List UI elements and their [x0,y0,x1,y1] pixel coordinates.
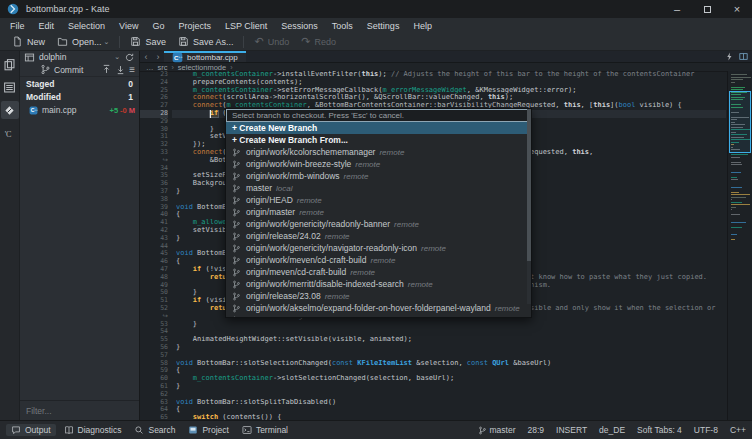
encoding[interactable]: UTF-8 [694,425,718,435]
git-menu-icon[interactable]: ≡ [129,65,135,75]
minimap-viewport[interactable] [729,91,751,153]
tab-bottombar-cpp[interactable]: C++ bottombar.cpp [164,51,246,62]
code-line[interactable]: 23 m_contentsContainer->installEventFilt… [140,71,752,79]
popup-scrollbar[interactable] [527,109,531,304]
code-line[interactable]: 58void BottomBar::slotSelectionChanged(c… [140,360,752,368]
code-line[interactable]: 62 [140,391,752,399]
save-as-button[interactable]: Save As... [172,34,240,50]
branch-item[interactable]: origin/work/genericity/navigator-readonl… [226,242,531,254]
menu-edit[interactable]: Edit [32,21,62,31]
project-selector[interactable]: dolphin ⌄ [20,51,139,63]
popup-scrollbar-thumb[interactable] [527,109,531,261]
sidebar-tool-symbols[interactable]: 'C [1,124,19,142]
branch-item[interactable]: origin/work/akselmo/expand-folder-on-hov… [226,302,531,314]
menu-file[interactable]: File [3,21,32,31]
code-line[interactable]: 64{ [140,406,752,414]
branch-item[interactable]: origin/work/kcolorschememanagerremote [226,146,531,158]
branch-item-label: origin/master [246,207,295,217]
menu-go[interactable]: Go [145,21,171,31]
maximize-button[interactable] [692,0,722,18]
branch-item[interactable]: origin/work/genericity/readonly-bannerre… [226,218,531,230]
code-line[interactable]: 55 AnimatedHeightWidget::setVisible(visi… [140,336,752,344]
branch-prompt-input[interactable]: Select branch to checkout. Press 'Esc' t… [226,109,531,122]
menu-projects[interactable]: Projects [171,21,218,31]
commit-button[interactable]: Commit [54,65,83,75]
branch-item[interactable]: origin/release/23.08remote [226,290,531,302]
code-line[interactable]: 61} [140,383,752,391]
panel-button-diagnostics[interactable]: Diagnostics [59,424,127,436]
branch-item[interactable]: origin/work/meven/cd-craft-buildremote [226,254,531,266]
document-switch-icon[interactable] [725,52,734,61]
filter-input[interactable] [20,406,139,416]
refresh-icon[interactable] [124,52,135,63]
code-line[interactable]: 60 m_contentsContainer->slotSelectionCha… [140,375,752,383]
minimap-line [731,82,735,83]
sidebar-tool-git[interactable] [1,101,19,119]
undo-button[interactable]: ↶ Undo [248,34,295,50]
modified-file-row[interactable]: C++main.cpp+5-0M [20,103,139,117]
code-line[interactable]: 63void BottomBar::slotSplitTabDisabled() [140,399,752,407]
back-icon[interactable]: ‹ [140,51,152,62]
minimize-button[interactable]: – [662,0,692,18]
svg-text:++: ++ [34,107,38,111]
menu-sessions[interactable]: Sessions [274,21,325,31]
kate-window: bottombar.cpp - Kate –× FileEditSelectio… [0,0,752,439]
panel-button-search[interactable]: Search [129,424,180,436]
tab-settings[interactable]: Soft Tabs: 4 [637,425,682,435]
new-button[interactable]: New [6,34,51,50]
minimap-line [731,179,738,180]
code-line[interactable]: 53 } [140,321,752,329]
git-push-icon[interactable] [101,64,112,75]
branch-item[interactable]: origin/work/rmb-windowsremote [226,170,531,182]
code-line[interactable]: 24 prepareContents(contents); [140,79,752,87]
branch-item[interactable]: origin/work/win-breeze-styleremote [226,158,531,170]
branch-item[interactable]: origin/work/merritt/disable-indexed-sear… [226,278,531,290]
input-mode[interactable]: INSERT [556,425,587,435]
menu-view[interactable]: View [112,21,145,31]
menu-lsp-client[interactable]: LSP Client [218,21,274,31]
code-text: m_contentsContainer->slotSelectionChange… [176,375,726,383]
branch-item[interactable]: origin/release/24.02remote [226,230,531,242]
git-branch-icon [232,208,242,217]
staged-label: Staged [26,79,54,89]
code-line[interactable]: 54 [140,328,752,336]
minimap-scrollbar[interactable] [727,71,752,420]
branch-item[interactable]: origin/meven/cd-craft-buildremote [226,266,531,278]
cursor-position-value: 28:9 [528,425,545,435]
syntax-mode[interactable]: C++ [730,425,746,435]
staged-row: Staged 0 [20,77,139,90]
save-button[interactable]: Save [124,34,172,50]
redo-button[interactable]: ↷ Redo [295,34,342,50]
panel-button-project[interactable]: Project [183,424,233,436]
code-text: { [176,367,726,375]
forward-icon[interactable]: › [152,51,164,62]
branch-item[interactable]: + Create New Branch [226,122,531,134]
branch-scope-tag: local [276,184,292,193]
cursor-position[interactable]: 28:9 [528,425,545,435]
git-branch-icon [232,148,242,157]
code-line[interactable]: 26 connect(scrollArea->horizontalScrollB… [140,94,752,102]
code-line[interactable]: 56} [140,344,752,352]
menu-tools[interactable]: Tools [325,21,360,31]
menu-selection[interactable]: Selection [61,21,112,31]
code-line[interactable]: 25 m_contentsContainer->setErrorMessageC… [140,87,752,95]
sidebar-tool-file-tree[interactable] [1,78,19,96]
branch-item[interactable]: masterlocal [226,182,531,194]
branch-item[interactable]: origin/HEADremote [226,194,531,206]
open-button[interactable]: Open... ⌄ [51,34,115,50]
menu-help[interactable]: Help [406,21,439,31]
panel-button-output[interactable]: Output [6,424,56,436]
code-line[interactable]: 57 [140,352,752,360]
branch-item[interactable] [226,314,531,317]
menu-settings[interactable]: Settings [360,21,407,31]
split-view-icon[interactable] [739,52,748,61]
sidebar-tool-documents[interactable] [1,55,19,73]
dictionary[interactable]: de_DE [599,425,625,435]
code-line[interactable]: 59{ [140,367,752,375]
panel-button-terminal[interactable]: Terminal [237,424,293,436]
close-button[interactable]: × [722,0,752,18]
branch-indicator[interactable]: master [478,425,516,435]
branch-item[interactable]: origin/masterremote [226,206,531,218]
git-pull-icon[interactable] [115,64,126,75]
branch-item[interactable]: + Create New Branch From... [226,134,531,146]
